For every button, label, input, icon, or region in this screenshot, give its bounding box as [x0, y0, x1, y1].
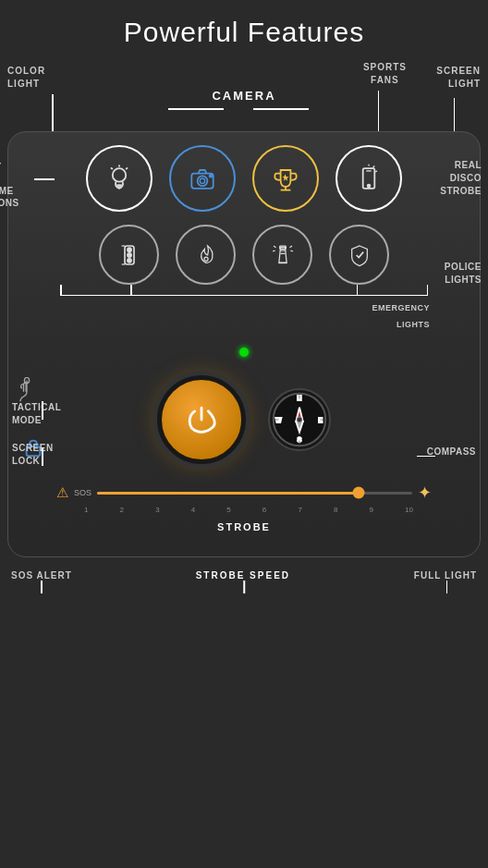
- svg-point-21: [127, 258, 130, 262]
- svg-point-40: [297, 417, 302, 422]
- shield-button[interactable]: [329, 225, 389, 285]
- flame-button[interactable]: [176, 225, 236, 285]
- strobe-speed-label: STROBE SPEED: [196, 570, 290, 581]
- tick-4: 4: [191, 506, 195, 514]
- indicator-dot: [239, 348, 249, 357]
- svg-point-9: [210, 175, 213, 177]
- police-lights-label: POLICE LIGHTS: [445, 261, 482, 287]
- camera-label: CAMERA: [212, 87, 275, 104]
- bottom-icons-row: [55, 225, 433, 285]
- full-light-label: FULL LIGHT: [414, 570, 477, 581]
- warning-icon: ⚠: [56, 484, 68, 501]
- sports-fans-label: SPORTS FANS: [363, 61, 407, 87]
- lighthouse-button[interactable]: [252, 225, 312, 285]
- power-button[interactable]: [157, 375, 246, 464]
- emergency-lights-label: EMERGENCY LIGHTS: [55, 298, 433, 331]
- tick-8: 8: [334, 506, 337, 514]
- color-light-label: COLOR LIGHT: [7, 65, 45, 91]
- svg-line-17: [375, 171, 377, 172]
- svg-line-2: [126, 167, 128, 169]
- volume-buttons-label: TURN LIGHT WITH VOLUME BUTTONS: [0, 149, 19, 209]
- tick-5: 5: [226, 506, 230, 514]
- svg-line-30: [274, 246, 276, 248]
- screen-light-label: SCREEN LIGHT: [436, 65, 481, 91]
- tick-7: 7: [298, 506, 301, 514]
- screen-lock-label: SCREEN LOCK: [12, 429, 54, 468]
- svg-line-16: [373, 166, 375, 168]
- screen-icon-button[interactable]: [336, 145, 402, 212]
- tick-1: 1: [84, 506, 88, 514]
- real-disco-strobe-label: REAL DISCO STROBE: [440, 159, 482, 198]
- svg-line-33: [290, 251, 293, 251]
- tick-6: 6: [262, 506, 266, 514]
- device-panel: REAL DISCO STROBE TURN LIGHT WITH VOLUME…: [7, 131, 481, 557]
- svg-point-20: [127, 252, 130, 256]
- tick-3: 3: [155, 506, 159, 514]
- sos-alert-label: SOS ALERT: [11, 570, 72, 581]
- top-connectors: [8, 130, 480, 140]
- svg-point-7: [198, 176, 208, 186]
- traffic-light-button[interactable]: [99, 225, 159, 285]
- svg-line-32: [289, 246, 292, 248]
- tactical-mode-label: TACTICAL MODE: [12, 388, 61, 427]
- strobe-label: STROBE: [55, 518, 433, 534]
- camera-icon-button[interactable]: [169, 145, 236, 212]
- top-icons-row: [55, 145, 433, 212]
- tick-9: 9: [370, 506, 373, 514]
- svg-point-13: [368, 185, 371, 188]
- svg-line-3: [111, 167, 113, 169]
- strobe-section: ⚠ SOS ✦: [55, 464, 433, 544]
- full-light-icon: ✦: [418, 483, 432, 503]
- trophy-icon-button[interactable]: [252, 145, 319, 212]
- bulb-icon-button[interactable]: [86, 145, 152, 212]
- svg-point-8: [200, 178, 204, 183]
- sos-label: SOS: [74, 488, 92, 497]
- svg-marker-25: [278, 247, 286, 263]
- svg-line-31: [273, 251, 275, 251]
- tick-2: 2: [120, 506, 124, 514]
- svg-point-24: [203, 257, 207, 261]
- bottom-labels-row: SOS ALERT STROBE SPEED FULL LIGHT: [0, 557, 488, 581]
- compass[interactable]: N S W E: [268, 388, 331, 451]
- control-area: N S W E: [55, 335, 433, 464]
- svg-point-0: [113, 168, 126, 181]
- svg-point-19: [127, 248, 130, 251]
- strobe-slider[interactable]: [97, 485, 412, 500]
- tick-10: 10: [405, 506, 413, 514]
